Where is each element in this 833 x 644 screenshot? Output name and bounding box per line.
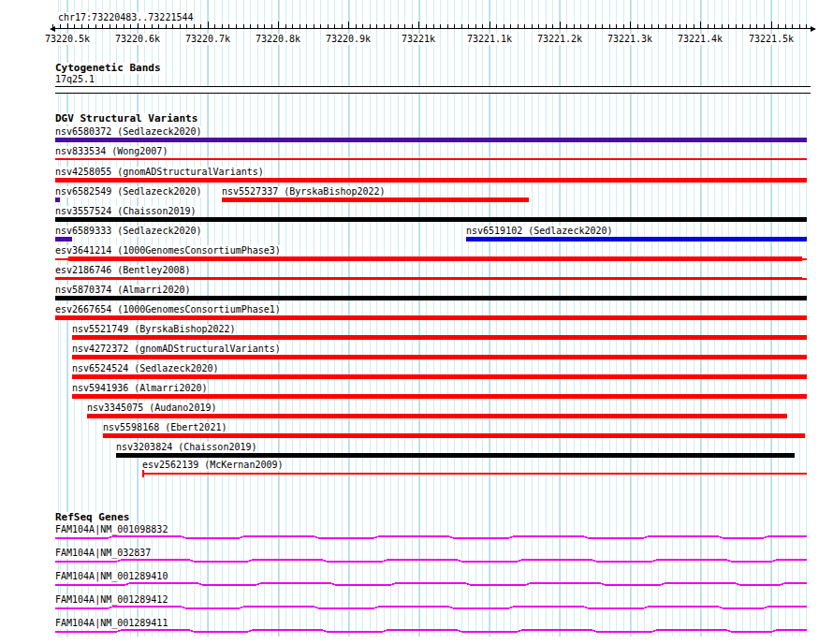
ruler-minor-tick [538, 24, 539, 28]
variant-label[interactable]: nsv4258055 (gnomADStructuralVariants) [55, 167, 264, 178]
variant-bar[interactable] [87, 414, 787, 418]
variant-label[interactable]: nsv6524524 (Sedlazeck2020) [72, 363, 219, 374]
ruler-minor-tick [440, 24, 441, 28]
variant-bar[interactable] [466, 237, 807, 242]
ruler-minor-tick [243, 24, 244, 28]
variant-label[interactable]: nsv5870374 (Almarri2020) [55, 285, 191, 296]
ruler-minor-tick [454, 24, 455, 28]
ruler-minor-tick [222, 24, 223, 28]
cytoband-bar[interactable] [55, 86, 811, 94]
ruler-tick-label: 73220.8k [256, 34, 300, 45]
ruler-minor-tick [468, 24, 469, 28]
ruler-minor-tick [285, 24, 286, 28]
variant-bar[interactable] [55, 178, 807, 183]
ruler-minor-tick [566, 24, 567, 28]
variant-bar[interactable] [72, 335, 807, 340]
ruler-minor-tick [532, 24, 533, 28]
variant-label[interactable]: nsv6519102 (Sedlazeck2020) [466, 226, 613, 237]
ruler-minor-tick [404, 24, 405, 28]
ruler-minor-tick [756, 24, 757, 28]
ruler-minor-tick [595, 24, 596, 28]
ruler-minor-tick [504, 24, 504, 28]
ruler-minor-tick [200, 24, 201, 28]
ruler-minor-tick [475, 24, 476, 28]
variant-label[interactable]: nsv5527337 (ByrskaBishop2022) [222, 186, 386, 198]
variant-bar[interactable] [55, 138, 807, 142]
cytoband-label[interactable]: 17q25.1 [55, 74, 95, 85]
ruler-minor-tick [518, 24, 519, 28]
variant-bar[interactable] [55, 277, 802, 280]
variant-label[interactable]: nsv6589333 (Sedlazeck2020) [55, 226, 202, 237]
ruler-minor-tick [665, 24, 666, 28]
variant-label[interactable]: esv2562139 (McKernan2009) [142, 460, 284, 471]
ruler-minor-tick [356, 24, 357, 28]
ruler-minor-tick [194, 24, 195, 28]
variant-bar[interactable] [144, 473, 807, 475]
transcript-label[interactable]: FAM104A|NM_001289412 [55, 594, 168, 606]
ruler-minor-tick [116, 24, 117, 28]
ruler-minor-tick [264, 24, 265, 28]
variant-bar[interactable] [802, 278, 807, 280]
ruler-minor-tick [342, 24, 343, 28]
ruler-minor-tick [426, 24, 427, 28]
variant-bar[interactable] [55, 217, 807, 222]
variant-label[interactable]: nsv4272372 (gnomADStructuralVariants) [72, 344, 281, 355]
variant-bar[interactable] [802, 258, 807, 260]
variant-label[interactable]: nsv5598168 (Ebert2021) [103, 422, 227, 433]
variant-label[interactable]: nsv6580372 (Sedlazeck2020) [55, 126, 202, 138]
ruler-minor-tick [376, 24, 377, 28]
variant-bar[interactable] [222, 198, 529, 202]
variant-bar[interactable] [55, 258, 68, 260]
ruler-minor-tick [672, 24, 673, 28]
transcript-label[interactable]: FAM104A|NM_032837 [55, 548, 151, 559]
variant-bar[interactable] [72, 394, 807, 399]
variant-label[interactable]: esv2667654 (1000GenomesConsortiumPhase1) [55, 304, 281, 315]
ruler-major-tick [771, 22, 772, 28]
ruler-tick-label: 73220.7k [185, 34, 230, 45]
variant-label[interactable]: esv3641214 (1000GenomesConsortiumPhase3) [55, 245, 281, 256]
variant-label[interactable]: nsv3203824 (Chaisson2019) [116, 442, 257, 453]
ruler-tick-label: 73221k [402, 34, 435, 45]
variant-bar[interactable] [55, 158, 807, 160]
variant-label[interactable]: nsv5941936 (Almarri2020) [72, 383, 208, 394]
variant-bar[interactable] [55, 237, 72, 242]
ruler-minor-tick [574, 24, 575, 28]
variant-bar[interactable] [103, 433, 805, 438]
ruler-minor-tick [722, 24, 723, 28]
ruler-major-tick [560, 22, 561, 28]
ruler-major-tick [418, 22, 419, 28]
variant-bar[interactable] [55, 296, 807, 300]
ruler-tick-label: 73221.1k [467, 34, 512, 45]
ruler-minor-tick [799, 24, 800, 28]
ruler-minor-tick [552, 24, 553, 28]
variant-bar[interactable] [72, 355, 807, 359]
transcript-label[interactable]: FAM104A|NM_001289410 [55, 571, 168, 582]
transcript-label[interactable]: FAM104A|NM_001289411 [55, 618, 168, 629]
ruler-line [52, 28, 811, 29]
ruler-major-tick [490, 22, 490, 28]
variant-bar[interactable] [55, 315, 807, 320]
refseq-header: RefSeq Genes [55, 512, 129, 523]
variant-bar[interactable] [72, 374, 807, 379]
variant-label[interactable]: nsv6582549 (Sedlazeck2020) [55, 186, 202, 198]
variant-label[interactable]: esv2186746 (Bentley2008) [55, 265, 191, 276]
variant-label[interactable]: nsv5521749 (ByrskaBishop2022) [72, 324, 236, 335]
variant-label[interactable]: nsv833534 (Wong2007) [55, 146, 168, 157]
ruler-minor-tick [623, 24, 624, 28]
variant-label[interactable]: nsv3345075 (Audano2019) [87, 402, 216, 414]
variant-bar[interactable] [68, 256, 802, 261]
ruler-minor-tick [778, 24, 779, 28]
ruler-minor-tick [792, 24, 793, 28]
ruler-minor-tick [785, 24, 786, 28]
transcript-label[interactable]: FAM104A|NM_001098832 [55, 524, 168, 535]
ruler-minor-tick [384, 24, 385, 28]
variant-label[interactable]: nsv3557524 (Chaisson2019) [55, 206, 197, 217]
ruler-minor-tick [546, 24, 547, 28]
ruler-minor-tick [292, 24, 293, 28]
ruler-minor-tick [334, 24, 335, 28]
ruler-major-tick [348, 22, 349, 28]
ruler-minor-tick [300, 24, 300, 28]
ruler-minor-tick [806, 24, 807, 28]
variant-bar[interactable] [55, 198, 60, 202]
variant-bar[interactable] [116, 453, 795, 458]
